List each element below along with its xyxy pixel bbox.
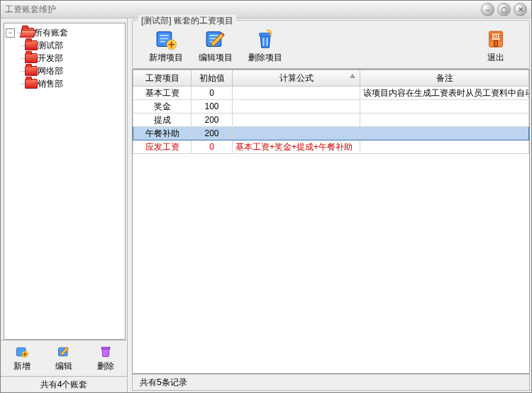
exit-label: 退出 [487, 52, 504, 64]
table-cell: 0 [192, 87, 233, 100]
table-cell: 午餐补助 [133, 127, 192, 140]
main-status-bar: 共有5条记录 [132, 374, 530, 391]
sidebar-edit-label: 编辑 [55, 360, 72, 372]
account-sidebar: − ┈ 所有账套 ┈测试部┈开发部┈网络部┈销售部 新增 [1, 18, 128, 392]
table-cell: 提成 [133, 114, 192, 127]
edit-icon [57, 345, 71, 359]
add-icon [15, 345, 29, 359]
tree-root[interactable]: − ┈ 所有账套 [6, 26, 123, 39]
table-row[interactable]: 奖金100 [133, 100, 529, 114]
table-cell [360, 127, 529, 140]
edit-item-label: 编辑项目 [199, 52, 233, 64]
table-cell: 奖金 [133, 100, 192, 114]
exit-icon: EXIT [484, 29, 508, 50]
sidebar-delete-button[interactable]: 删除 [85, 341, 127, 376]
add-item-button[interactable]: 新增项目 [141, 29, 191, 64]
tree-root-label: 所有账套 [34, 27, 68, 39]
sidebar-toolbar: 新增 编辑 删除 [1, 340, 127, 376]
table-cell [233, 100, 360, 114]
svg-rect-7 [260, 33, 272, 36]
tree-item-label: 测试部 [38, 40, 63, 52]
table-cell: 该项目内容在生成工资表时从员工资料中自动导入 [360, 87, 529, 100]
table-cell: 基本工资+奖金+提成+午餐补助 [233, 140, 360, 154]
tree-connector: ┈ [21, 80, 24, 88]
col-formula[interactable]: 计算公式 [233, 70, 360, 87]
tree-item[interactable]: ┈测试部 [6, 39, 123, 52]
delete-item-button[interactable]: 删除项目 [240, 29, 290, 64]
tree-connector: ┈ [21, 42, 24, 50]
tree-item[interactable]: ┈开发部 [6, 52, 123, 65]
tree-item-label: 销售部 [38, 78, 63, 90]
delete-item-icon [253, 29, 277, 50]
tree-connector: ┈ [21, 55, 24, 62]
folder-icon [25, 53, 38, 63]
sidebar-edit-button[interactable]: 编辑 [43, 341, 84, 376]
table-cell [233, 87, 360, 100]
table-row[interactable]: 基本工资0该项目内容在生成工资表时从员工资料中自动导入 [133, 87, 529, 100]
content-area: − ┈ 所有账套 ┈测试部┈开发部┈网络部┈销售部 新增 [1, 18, 531, 392]
tree-item[interactable]: ┈销售部 [6, 77, 123, 90]
sidebar-delete-label: 删除 [97, 360, 114, 372]
table-row[interactable]: 应发工资0基本工资+奖金+提成+午餐补助 [133, 140, 529, 154]
table-cell [360, 140, 529, 154]
table-cell: 0 [192, 140, 233, 154]
account-tree[interactable]: − ┈ 所有账套 ┈测试部┈开发部┈网络部┈销售部 [4, 23, 126, 340]
table-cell: 200 [192, 114, 233, 127]
folder-icon [25, 40, 38, 50]
title-bar: 工资账套维护 – ▢ ✕ [1, 1, 531, 18]
sort-asc-icon [350, 74, 355, 78]
table-cell: 应发工资 [133, 140, 192, 154]
table-cell: 100 [192, 100, 233, 114]
sidebar-add-button[interactable]: 新增 [1, 341, 43, 376]
main-toolbar: 新增项目 编辑项目 删除项目 [135, 26, 526, 65]
edit-item-icon [204, 29, 228, 50]
folder-open-icon [21, 28, 34, 38]
add-item-icon [154, 29, 178, 50]
col-init[interactable]: 初始值 [192, 70, 233, 87]
collapse-icon[interactable]: − [6, 28, 15, 38]
table-cell [233, 114, 360, 127]
edit-item-button[interactable]: 编辑项目 [191, 29, 240, 64]
table-cell: 200 [192, 127, 233, 140]
add-item-label: 新增项目 [149, 52, 183, 64]
tree-connector: ┈ [21, 67, 24, 75]
table-cell [360, 100, 529, 114]
close-button[interactable]: ✕ [514, 3, 527, 16]
minimize-button[interactable]: – [481, 3, 494, 16]
window-title: 工资账套维护 [5, 4, 478, 16]
table-row[interactable]: 午餐补助200 [133, 127, 529, 140]
grid-empty-area [133, 154, 529, 373]
sidebar-status-bar: 共有4个账套 [1, 376, 127, 392]
header-row: 工资项目 初始值 计算公式 备注 [133, 70, 529, 87]
table-cell [360, 114, 529, 127]
table-cell [233, 127, 360, 140]
app-window: 工资账套维护 – ▢ ✕ − ┈ 所有账套 ┈测试部┈开发部┈网络部┈销售部 [0, 0, 532, 393]
table-row[interactable]: 提成200 [133, 114, 529, 127]
folder-icon [25, 66, 38, 76]
table-cell: 基本工资 [133, 87, 192, 100]
maximize-button[interactable]: ▢ [497, 3, 511, 16]
delete-item-label: 删除项目 [248, 52, 282, 64]
tree-item[interactable]: ┈网络部 [6, 65, 123, 77]
salary-table: 工资项目 初始值 计算公式 备注 基本工资0该项目内容在生成工资表时从员工资料中… [133, 70, 529, 154]
col-note[interactable]: 备注 [360, 70, 529, 87]
delete-icon [99, 345, 113, 359]
group-title: [测试部] 账套的工资项目 [138, 15, 236, 27]
tree-item-label: 网络部 [38, 65, 63, 77]
folder-icon [25, 79, 38, 89]
sidebar-status-text: 共有4个账套 [40, 379, 88, 391]
col-item[interactable]: 工资项目 [133, 70, 192, 87]
main-status-text: 共有5条记录 [140, 377, 187, 389]
sidebar-add-label: 新增 [13, 360, 31, 372]
exit-button[interactable]: EXIT 退出 [471, 29, 521, 64]
svg-rect-3 [101, 347, 110, 349]
svg-text:EXIT: EXIT [490, 34, 501, 39]
svg-rect-11 [494, 41, 497, 47]
main-panel: [测试部] 账套的工资项目 新增项目 编辑项目 [128, 18, 531, 392]
salary-items-group: [测试部] 账套的工资项目 新增项目 编辑项目 [132, 20, 530, 69]
tree-item-label: 开发部 [38, 52, 63, 65]
salary-grid[interactable]: 工资项目 初始值 计算公式 备注 基本工资0该项目内容在生成工资表时从员工资料中… [132, 69, 530, 374]
